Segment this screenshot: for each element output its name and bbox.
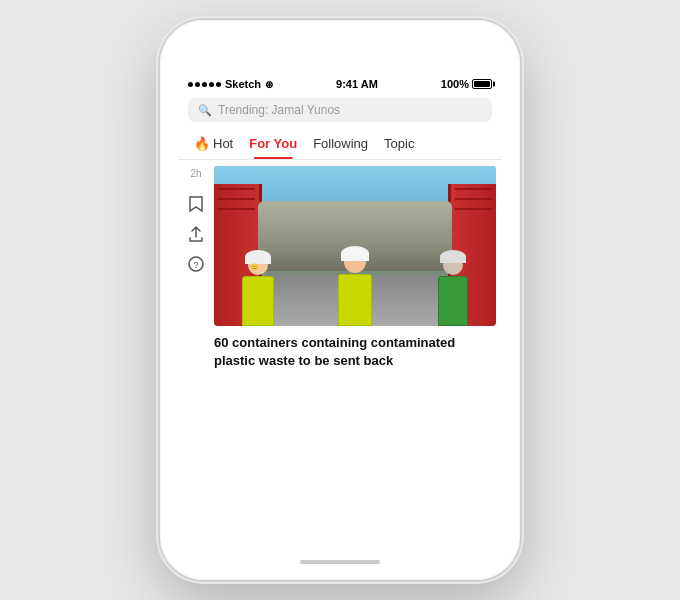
tab-following[interactable]: Following [305,128,376,159]
tab-hot-label: Hot [213,136,233,151]
person-right [438,255,468,326]
tab-for-you-label: For You [249,136,297,151]
battery-icon [472,79,492,89]
tab-for-you[interactable]: For You [241,128,305,159]
tab-topic[interactable]: Topic [376,128,422,159]
phone-wrapper: Sketch ⊛ 9:41 AM 100% 🔍 Trending: Jamal … [160,20,520,580]
article-photo-bg: 😐 [214,166,496,326]
carrier-label: Sketch [225,78,261,90]
phone-screen: Sketch ⊛ 9:41 AM 100% 🔍 Trending: Jamal … [178,72,502,528]
battery-percentage: 100% [441,78,469,90]
home-indicator [300,560,380,564]
tab-hot[interactable]: 🔥 Hot [186,128,241,159]
search-bar[interactable]: 🔍 Trending: Jamal Yunos [188,98,492,122]
wifi-icon: ⊛ [265,79,273,90]
phone-shell: Sketch ⊛ 9:41 AM 100% 🔍 Trending: Jamal … [160,20,520,580]
search-icon: 🔍 [198,104,212,117]
article-headline: 60 containers containing contaminated pl… [214,334,496,370]
tab-topic-label: Topic [384,136,414,151]
svg-text:?: ? [193,260,198,270]
person-center [338,251,372,326]
status-bar: Sketch ⊛ 9:41 AM 100% [178,72,502,94]
info-button[interactable]: ? [187,255,205,273]
signal-dots [188,82,221,87]
status-left: Sketch ⊛ [188,78,273,90]
side-actions: 2h ? [178,160,214,528]
bookmark-button[interactable] [187,195,205,213]
share-button[interactable] [187,225,205,243]
article-area[interactable]: 😐 [214,160,502,528]
content-area: 2h ? [178,160,502,528]
article-image: 😐 [214,166,496,326]
status-right: 100% [441,78,492,90]
person-left: 😐 [242,255,274,326]
article-time: 2h [190,168,201,179]
nav-tabs: 🔥 Hot For You Following Topic [178,128,502,160]
hot-icon: 🔥 [194,136,210,151]
tab-following-label: Following [313,136,368,151]
status-time: 9:41 AM [336,78,378,90]
battery-fill [474,81,490,87]
search-placeholder: Trending: Jamal Yunos [218,103,340,117]
